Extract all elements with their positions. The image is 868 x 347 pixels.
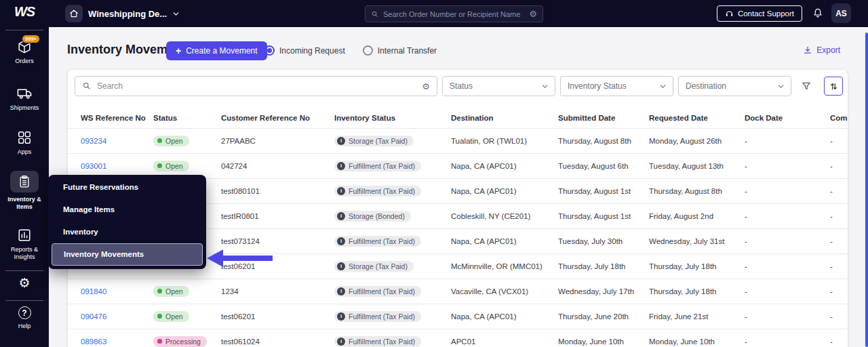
filter-button[interactable] bbox=[796, 76, 816, 96]
status-dot bbox=[157, 138, 162, 143]
completed-date-cell: - bbox=[830, 329, 848, 347]
destination-cell: Cobleskill, NY (CE201) bbox=[451, 203, 558, 228]
table-search-input[interactable] bbox=[97, 81, 416, 91]
avatar[interactable]: AS bbox=[831, 3, 851, 23]
requested-date-cell: Friday, June 21st bbox=[649, 304, 745, 329]
status-badge: Processing bbox=[153, 336, 207, 347]
dock-date-cell: - bbox=[745, 304, 830, 329]
status-dot bbox=[157, 314, 162, 319]
notifications-button[interactable] bbox=[812, 7, 823, 18]
destination-cell: Napa, CA (APC01) bbox=[451, 153, 558, 178]
inventory-icon bbox=[18, 175, 31, 188]
menu-item-future-reservations[interactable]: Future Reservations bbox=[48, 176, 206, 199]
vertical-scrollbar[interactable] bbox=[865, 33, 868, 347]
global-search-input[interactable] bbox=[383, 10, 525, 18]
requested-date-cell: Monday, June 10th bbox=[649, 329, 745, 347]
ws-reference-link[interactable]: 089863 bbox=[81, 338, 106, 346]
top-header: Wineshipping De... ⚙ Contact Support AS bbox=[0, 0, 868, 27]
sidebar-item-label: Reports & Insights bbox=[3, 246, 45, 262]
column-header: Comp bbox=[830, 108, 848, 128]
export-button[interactable]: Export bbox=[803, 45, 840, 55]
table-search: ⚙ bbox=[75, 76, 437, 96]
plus-icon: + bbox=[176, 45, 181, 56]
ws-reference-link[interactable]: 093234 bbox=[81, 137, 106, 145]
home-button[interactable] bbox=[65, 5, 83, 22]
submitted-date-cell: Monday, June 10th bbox=[558, 329, 649, 347]
table-header-row: WS Reference NoStatusCustomer Reference … bbox=[68, 108, 848, 128]
bell-icon bbox=[812, 7, 823, 18]
ws-reference-link[interactable]: 093001 bbox=[81, 162, 106, 170]
divider bbox=[5, 30, 43, 30]
inventory-status-badge: iStorage (Tax Paid) bbox=[334, 261, 414, 272]
inventory-status-filter-select[interactable]: Inventory Status bbox=[560, 76, 673, 96]
sort-button[interactable] bbox=[824, 77, 843, 96]
menu-item-inventory-movements[interactable]: Inventory Movements bbox=[52, 243, 203, 266]
search-settings-icon[interactable]: ⚙ bbox=[422, 82, 430, 91]
dock-date-cell: - bbox=[745, 153, 830, 178]
inventory-status-cell: iStorage (Tax Paid) bbox=[334, 128, 451, 153]
funnel-icon bbox=[801, 81, 812, 91]
status-dot bbox=[157, 163, 162, 168]
search-icon bbox=[82, 81, 92, 91]
help-icon: ? bbox=[18, 306, 31, 319]
customer-reference-cell: 1234 bbox=[221, 279, 334, 304]
status-cell: Processing bbox=[153, 329, 221, 347]
completed-date-cell: - bbox=[830, 128, 848, 153]
completed-date-cell: - bbox=[830, 304, 848, 329]
sidebar-item-reports-insights[interactable]: Reports & Insights bbox=[0, 228, 49, 262]
completed-date-cell: - bbox=[830, 153, 848, 178]
menu-item-inventory[interactable]: Inventory bbox=[48, 221, 206, 243]
inventory-status-cell: iFulfillment (Tax Paid) bbox=[334, 279, 451, 304]
destination-cell: Napa, CA (APC01) bbox=[451, 178, 558, 203]
annotation-arrow bbox=[207, 249, 273, 267]
ws-reference-cell: 090476 bbox=[68, 304, 153, 329]
menu-item-manage-items[interactable]: Manage Items bbox=[48, 199, 206, 221]
sidebar-item-inventory-items[interactable]: Inventory & Items bbox=[0, 171, 49, 211]
status-cell: Open bbox=[153, 128, 221, 153]
movement-type-radio-group: Incoming Request Internal Transfer bbox=[264, 45, 437, 56]
inventory-status-cell: iFulfillment (Tax Paid) bbox=[334, 228, 451, 253]
submitted-date-cell: Thursday, August 8th bbox=[558, 128, 649, 153]
account-switcher[interactable]: Wineshipping De... bbox=[88, 0, 180, 27]
reports-icon bbox=[17, 228, 32, 243]
column-header: Submitted Date bbox=[558, 108, 649, 128]
destination-filter-select[interactable]: Destination bbox=[678, 76, 791, 96]
customer-reference-cell: test080101 bbox=[221, 178, 334, 203]
sidebar-item-settings[interactable]: ⚙ bbox=[0, 277, 49, 289]
info-icon: i bbox=[337, 212, 345, 220]
completed-date-cell: - bbox=[830, 178, 848, 203]
inventory-status-badge: iFulfillment (Tax Paid) bbox=[334, 311, 421, 322]
inventory-status-badge: iStorage (Bonded) bbox=[334, 211, 411, 222]
customer-reference-cell: testIR0801 bbox=[221, 203, 334, 228]
info-icon: i bbox=[337, 137, 345, 145]
search-icon bbox=[371, 10, 379, 18]
ws-reference-link[interactable]: 091840 bbox=[81, 287, 106, 295]
radio-incoming-request[interactable]: Incoming Request bbox=[264, 45, 345, 56]
sort-arrows-icon bbox=[829, 81, 839, 91]
column-header: Destination bbox=[451, 108, 558, 128]
status-badge: Open bbox=[153, 311, 189, 322]
contact-support-button[interactable]: Contact Support bbox=[717, 5, 802, 22]
requested-date-cell: Friday, August 2nd bbox=[649, 203, 745, 228]
customer-reference-cell: test061024 bbox=[221, 329, 334, 347]
home-icon bbox=[69, 9, 79, 18]
sidebar-item-shipments[interactable]: Shipments bbox=[0, 85, 49, 112]
completed-date-cell: - bbox=[830, 228, 848, 253]
create-movement-button[interactable]: + Create a Movement bbox=[166, 41, 267, 60]
brand-logo[interactable]: WS bbox=[0, 4, 49, 20]
sidebar-item-apps[interactable]: Apps bbox=[0, 130, 49, 156]
radio-internal-transfer[interactable]: Internal Transfer bbox=[363, 45, 437, 56]
destination-cell: Tualatin, OR (TWL01) bbox=[451, 128, 558, 153]
status-dot bbox=[157, 289, 162, 293]
ws-reference-link[interactable]: 090476 bbox=[81, 312, 106, 321]
gear-icon: ⚙ bbox=[18, 277, 30, 289]
inventory-status-cell: iStorage (Bonded) bbox=[334, 203, 451, 228]
sidebar-item-help[interactable]: ? Help bbox=[0, 306, 49, 330]
table-row: 089863Processingtest061024iFulfillment (… bbox=[68, 329, 848, 347]
sidebar-item-orders[interactable]: 999+ Orders bbox=[0, 39, 49, 65]
inventory-status-badge: iFulfillment (Tax Paid) bbox=[334, 186, 421, 197]
inventory-status-badge: iStorage (Tax Paid) bbox=[334, 136, 414, 146]
status-filter-select[interactable]: Status bbox=[442, 76, 555, 96]
sidebar-item-label: Apps bbox=[3, 148, 45, 156]
search-settings-icon[interactable]: ⚙ bbox=[529, 9, 537, 18]
